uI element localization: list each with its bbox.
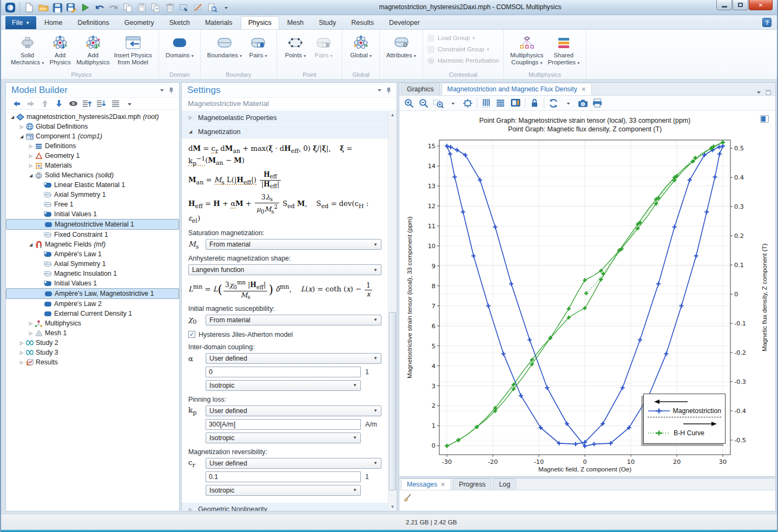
find-icon[interactable] <box>206 2 218 14</box>
tab-plot-window[interactable]: Magnetostriction and Magnetic Flux Densi… <box>441 83 592 95</box>
ribbon-tab-results[interactable]: Results <box>344 16 381 29</box>
ribbon-tab-definitions[interactable]: Definitions <box>70 16 116 29</box>
cr-isotropic-select[interactable]: Isotropic▼ <box>206 485 361 496</box>
ribbon-tab-sketch[interactable]: Sketch <box>162 16 197 29</box>
tree-item-initial-values-1[interactable]: Initial Values 1 <box>6 278 179 288</box>
tab-graphics[interactable]: Graphics <box>401 83 440 95</box>
ribbon-button-add-multiphysics[interactable]: AddMultiphysics <box>74 32 112 66</box>
tree-item-study-3[interactable]: ▷Study 3 <box>6 348 179 357</box>
ribbon-button-shared-properties[interactable]: SharedProperties ▾ <box>546 32 582 68</box>
move-up-icon[interactable] <box>82 97 93 110</box>
collapsed-expander-icon[interactable]: ▷ <box>18 360 25 365</box>
ribbon-tab-physics[interactable]: Physics <box>241 16 279 29</box>
rotate-icon[interactable] <box>548 97 559 110</box>
open-icon[interactable] <box>37 2 49 14</box>
collapsed-expander-icon[interactable]: ▷ <box>18 350 25 355</box>
close-button[interactable]: ✕ <box>749 0 773 10</box>
duplicate-icon[interactable] <box>150 2 162 14</box>
move-down-icon[interactable] <box>96 97 107 110</box>
ribbon-button-insert-physics-from-model[interactable]: Insert Physicsfrom Model <box>112 32 154 66</box>
minimize-button[interactable] <box>716 0 732 10</box>
tree-item-multiphysics[interactable]: ▷Multiphysics <box>6 318 179 328</box>
collapsed-expander-icon[interactable]: ▷ <box>18 341 25 345</box>
forward-icon[interactable] <box>25 97 36 110</box>
tree-item-component-1[interactable]: ◢Component 1(comp1) <box>6 131 179 141</box>
ribbon-button-boundaries[interactable]: Boundaries ▾ <box>205 32 244 61</box>
tb-caret-icon[interactable] <box>563 97 573 110</box>
tree-item-axial-symmetry-1[interactable]: Axial Symmetry 1 <box>6 259 179 269</box>
collapsed-expander-icon[interactable]: ▷ <box>28 144 34 149</box>
file-menu-button[interactable]: File▼ <box>5 16 36 29</box>
run-icon[interactable] <box>80 2 91 14</box>
collapsed-expander-icon[interactable]: ▷ <box>28 154 34 158</box>
ribbon-button-multiphysics-couplings[interactable]: MultiphysicsCouplings ▾ <box>508 32 546 68</box>
cr-combo-select[interactable]: User defined▼ <box>206 458 381 469</box>
settings-scrollbar[interactable]: ▲ ▼ <box>388 111 397 511</box>
dock-icon[interactable] <box>766 90 771 95</box>
tb-caret-icon[interactable] <box>447 97 458 110</box>
zoom-box-icon[interactable] <box>433 97 444 110</box>
ribbon-button-solid-mechanics[interactable]: SolidMechanics ▾ <box>9 32 46 68</box>
save-as-icon[interactable] <box>65 2 77 14</box>
undo-icon[interactable] <box>94 2 106 14</box>
tree-item-amp-re-s-law-2[interactable]: Ampère's Law 2 <box>6 299 179 309</box>
tree-item-linear-elastic-material-1[interactable]: Linear Elastic Material 1 <box>6 180 179 190</box>
ribbon-button-global[interactable]: Global ▾ <box>347 32 375 61</box>
cr-value-input[interactable] <box>206 471 361 482</box>
tree-item-axial-symmetry-1[interactable]: Axial Symmetry 1 <box>6 190 179 200</box>
zoom-extents-icon[interactable] <box>462 97 473 110</box>
expanded-expander-icon[interactable]: ◢ <box>9 115 16 119</box>
collapsed-expander-icon[interactable]: ▷ <box>18 124 25 129</box>
tree-item-amp-re-s-law-1[interactable]: Ampère's Law 1 <box>6 249 179 259</box>
expanded-expander-icon[interactable]: ◢ <box>18 134 25 139</box>
tree-item-results[interactable]: ▷Results <box>6 357 179 367</box>
show-icon[interactable] <box>68 97 78 110</box>
maximize-button[interactable] <box>733 0 748 10</box>
panel-menu-icon[interactable] <box>160 88 164 92</box>
tab-progress[interactable]: Progress <box>453 478 491 490</box>
back-icon[interactable] <box>11 97 22 110</box>
initial-susceptibility-select[interactable]: From material▼ <box>206 315 381 325</box>
ribbon-button-pairs[interactable]: Pairs ▾ <box>244 32 272 61</box>
alpha-combo-select[interactable]: User defined▼ <box>206 353 381 364</box>
plot-window-icon[interactable] <box>760 115 769 123</box>
hysteresis-checkbox[interactable]: ✓ <box>188 331 195 338</box>
collapse-all-icon[interactable] <box>110 97 121 110</box>
y-axis-data-icon[interactable] <box>481 97 492 110</box>
ribbon-button-add-physics[interactable]: AddPhysics <box>46 32 74 66</box>
tree-item-mesh-1[interactable]: ▷Mesh 1 <box>6 328 179 338</box>
delete-icon[interactable] <box>164 2 176 14</box>
chart-legend[interactable]: Magnetostriction B-H Curve <box>643 394 726 444</box>
up-icon[interactable] <box>39 97 50 110</box>
tree-item-initial-values-1[interactable]: Initial Values 1 <box>6 209 179 219</box>
ribbon-button-domains[interactable]: Domains ▾ <box>163 32 196 61</box>
tab-messages[interactable]: Messages✕ <box>401 478 451 490</box>
ribbon-tab-geometry[interactable]: Geometry <box>117 16 161 29</box>
anhysteretic-shape-select[interactable]: Langevin function▼ <box>188 264 381 275</box>
tree-item-fixed-constraint-1[interactable]: Fixed Constraint 1 <box>6 230 179 240</box>
save-icon[interactable] <box>51 2 63 14</box>
image-snapshot-icon[interactable] <box>577 97 588 110</box>
saturation-magnetization-select[interactable]: From material▼ <box>206 239 381 250</box>
ribbon-tab-home[interactable]: Home <box>37 16 69 29</box>
kp-isotropic-select[interactable]: Isotropic▼ <box>206 433 361 443</box>
tree-item-magnetic-fields[interactable]: ◢Magnetic Fields(mf) <box>6 240 179 249</box>
tree-item-geometry-1[interactable]: ▷Geometry 1 <box>6 151 179 161</box>
clear-selection-icon[interactable] <box>192 2 204 14</box>
show-legends-icon[interactable] <box>510 97 521 110</box>
tree-item-solid-mechanics[interactable]: ◢Solid Mechanics(solid) <box>6 170 179 180</box>
down-icon[interactable] <box>54 97 64 110</box>
tree-item-global-definitions[interactable]: ▷Global Definitions <box>6 122 179 131</box>
clear-messages-icon[interactable] <box>404 492 771 502</box>
ribbon-tab-study[interactable]: Study <box>312 16 343 29</box>
ribbon-tab-mesh[interactable]: Mesh <box>280 16 311 29</box>
print-icon[interactable] <box>592 97 603 110</box>
tree-item-free-1[interactable]: Free 1 <box>6 200 179 209</box>
ribbon-tab-developer[interactable]: Developer <box>382 16 427 29</box>
help-button[interactable]: ? <box>762 18 772 27</box>
tree-item-magnetostrictive-material-1[interactable]: Magnetostrictive Material 1 <box>6 219 179 230</box>
zoom-out-icon[interactable] <box>418 97 429 110</box>
tree-item-magnetic-insulation-1[interactable]: Magnetic Insulation 1 <box>6 269 179 278</box>
scroll-down-icon[interactable]: ▼ <box>388 503 397 511</box>
pin-icon[interactable] <box>169 87 174 94</box>
